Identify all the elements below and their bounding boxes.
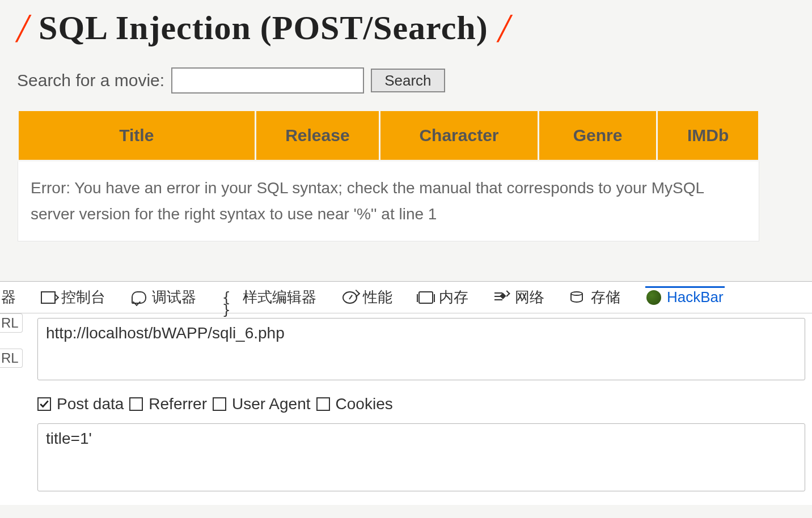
hackbar-body: RL RL Post data Referrer User A — [0, 313, 812, 505]
tab-performance-label: 性能 — [363, 287, 392, 307]
tab-storage[interactable]: 存储 — [569, 285, 621, 309]
debugger-icon — [132, 291, 146, 304]
checkbox-referrer-label: Referrer — [149, 395, 207, 413]
tab-hackbar[interactable]: HackBar — [645, 286, 725, 308]
checkbox-icon — [213, 397, 226, 411]
tab-console-label: 控制台 — [61, 287, 105, 307]
col-imdb: IMDb — [657, 111, 759, 161]
page-title: SQL Injection (POST/Search) — [39, 9, 488, 48]
checkbox-post-data-label: Post data — [57, 395, 124, 413]
checkbox-user-agent[interactable]: User Agent — [213, 395, 311, 413]
chip-icon — [418, 291, 433, 304]
tab-memory-label: 内存 — [439, 287, 468, 307]
col-character: Character — [380, 111, 539, 161]
gauge-icon — [342, 291, 357, 304]
post-data-input[interactable] — [37, 423, 805, 491]
slash-icon: / — [498, 5, 510, 52]
tab-console[interactable]: 控制台 — [40, 285, 107, 309]
col-title: Title — [18, 111, 256, 161]
sql-error-message: Error: You have an error in your SQL syn… — [18, 161, 759, 241]
devtools-panel: 器 控制台 调试器 { } 样式编辑器 性能 内存 网络 存储 — [0, 281, 812, 505]
url-input[interactable] — [37, 318, 805, 380]
tab-style-editor[interactable]: { } 样式编辑器 — [221, 285, 318, 309]
hackbar-icon — [646, 290, 661, 305]
tab-debugger[interactable]: 调试器 — [130, 285, 197, 309]
tab-truncated[interactable]: 器 — [0, 287, 16, 307]
tab-memory[interactable]: 内存 — [417, 285, 470, 309]
page-title-row: / SQL Injection (POST/Search) / — [17, 0, 795, 63]
tab-network[interactable]: 网络 — [493, 285, 545, 309]
col-release: Release — [255, 111, 380, 161]
search-label: Search for a movie: — [17, 71, 164, 90]
search-form: Search for a movie: Search — [17, 67, 795, 94]
checkbox-cookies-label: Cookies — [336, 395, 393, 413]
tab-hackbar-label: HackBar — [667, 288, 724, 306]
checkbox-referrer[interactable]: Referrer — [129, 395, 207, 413]
database-icon — [570, 291, 585, 304]
checkbox-icon — [316, 397, 330, 411]
slash-icon: / — [17, 5, 28, 52]
movie-table: Title Release Character Genre IMDb Error… — [17, 109, 760, 241]
checkbox-post-data[interactable]: Post data — [37, 395, 124, 413]
braces-icon: { } — [222, 291, 237, 304]
checkbox-cookies[interactable]: Cookies — [316, 395, 393, 413]
network-icon — [494, 291, 509, 304]
side-button-rl-1[interactable]: RL — [0, 313, 23, 333]
checkbox-icon — [129, 397, 143, 411]
tab-storage-label: 存储 — [591, 287, 620, 307]
devtools-tabs: 器 控制台 调试器 { } 样式编辑器 性能 内存 网络 存储 — [0, 282, 812, 313]
side-button-rl-2[interactable]: RL — [0, 349, 23, 368]
tab-debugger-label: 调试器 — [152, 287, 196, 307]
tab-style-label: 样式编辑器 — [243, 287, 316, 307]
console-icon — [41, 291, 56, 304]
tab-network-label: 网络 — [515, 287, 544, 307]
checkbox-icon — [37, 397, 51, 411]
search-button[interactable]: Search — [371, 69, 445, 92]
tab-performance[interactable]: 性能 — [341, 285, 394, 309]
hackbar-options: Post data Referrer User Agent Cookies — [37, 395, 805, 413]
search-input[interactable] — [171, 67, 364, 94]
checkbox-user-agent-label: User Agent — [232, 395, 311, 413]
col-genre: Genre — [538, 111, 657, 161]
